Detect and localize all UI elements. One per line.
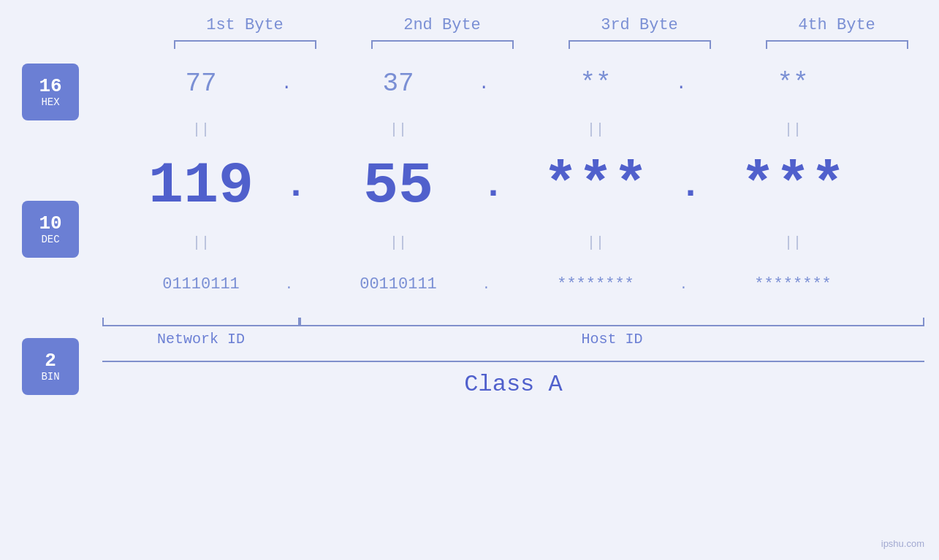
bottom-brackets-container (102, 318, 924, 326)
top-bracket-2 (343, 40, 541, 49)
bin-b1-value: 01110111 (162, 275, 240, 294)
hex-values-row: 77 . 37 . ** . ** (102, 53, 924, 115)
values-container: 77 . 37 . ** . ** || || || || (102, 53, 939, 417)
eq-1-b4: || (694, 121, 892, 138)
hex-b2-value: 37 (382, 69, 414, 99)
byte-header-2: 2nd Byte (343, 16, 541, 34)
host-id-label: Host ID (300, 331, 924, 348)
dec-b4: *** (694, 153, 892, 219)
bin-b2: 00110111 (300, 275, 497, 294)
bin-b1: 01110111 (102, 275, 300, 294)
hex-b4: ** (694, 69, 892, 99)
hex-b1-value: 77 (185, 69, 216, 99)
top-bracket-1 (146, 40, 343, 49)
top-bracket-3 (541, 40, 738, 49)
byte-headers-row: 1st Byte 2nd Byte 3rd Byte 4th Byte (146, 0, 939, 34)
eq-2-b2: || (300, 234, 497, 251)
top-brackets-row (146, 40, 939, 49)
bin-badge: 2 BIN (22, 338, 79, 395)
hex-b3-value: ** (579, 69, 611, 99)
hex-badge-number: 16 (39, 76, 61, 97)
bin-b2-value: 00110111 (360, 275, 437, 294)
dec-b2-value: 55 (363, 153, 433, 219)
dec-b4-value: *** (740, 153, 845, 219)
class-divider-line (102, 361, 924, 362)
class-label: Class A (464, 371, 562, 398)
network-bracket (102, 318, 300, 326)
eq-2-b3: || (497, 234, 694, 251)
dec-b1-value: 119 (148, 153, 254, 219)
byte-header-1: 1st Byte (146, 16, 343, 34)
bracket-shape-2 (371, 40, 514, 49)
hex-b2: 37 (300, 69, 497, 99)
dec-b3-value: *** (543, 153, 648, 219)
hex-b4-value: ** (777, 69, 808, 99)
equals-row-1: || || || || (102, 115, 924, 144)
dec-badge: 10 DEC (22, 201, 79, 258)
watermark: ipshu.com (881, 538, 924, 549)
dec-b3: *** (497, 153, 694, 219)
bin-badge-label: BIN (41, 371, 59, 383)
bracket-shape-1 (174, 40, 316, 49)
bin-b3: ******** (497, 275, 694, 294)
dec-b1: 119 (102, 153, 300, 219)
rows-container: 16 HEX 10 DEC 2 BIN 77 . (0, 53, 939, 417)
main-layout: 1st Byte 2nd Byte 3rd Byte 4th Byte 16 H… (0, 0, 939, 560)
dec-badge-label: DEC (41, 234, 59, 245)
byte-header-4: 4th Byte (738, 16, 935, 34)
hex-b1: 77 (102, 69, 300, 99)
hex-badge-label: HEX (41, 96, 59, 108)
dec-badge-number: 10 (39, 213, 61, 234)
side-badges: 16 HEX 10 DEC 2 BIN (0, 53, 102, 417)
network-id-label: Network ID (102, 331, 300, 348)
bracket-shape-3 (569, 40, 711, 49)
id-labels-row: Network ID Host ID (102, 331, 924, 348)
eq-1-b3: || (497, 121, 694, 138)
bin-values-row: 01110111 . 00110111 . ******** . *******… (102, 257, 924, 312)
hex-b3: ** (497, 69, 694, 99)
bin-b3-value: ******** (557, 275, 634, 294)
top-bracket-4 (738, 40, 935, 49)
eq-1-b2: || (300, 121, 497, 138)
eq-1-b1: || (102, 121, 300, 138)
eq-2-b4: || (694, 234, 892, 251)
eq-2-b1: || (102, 234, 300, 251)
class-row: Class A (102, 371, 924, 398)
hex-badge: 16 HEX (22, 64, 79, 120)
bin-badge-number: 2 (45, 350, 56, 372)
byte-header-3: 3rd Byte (541, 16, 738, 34)
dec-b2: 55 (300, 153, 497, 219)
dec-values-row: 119 . 55 . *** . *** (102, 144, 924, 228)
host-bracket (300, 318, 924, 326)
equals-row-2: || || || || (102, 228, 924, 257)
bracket-shape-4 (766, 40, 908, 49)
bin-b4: ******** (694, 275, 892, 294)
bin-b4-value: ******** (754, 275, 832, 294)
